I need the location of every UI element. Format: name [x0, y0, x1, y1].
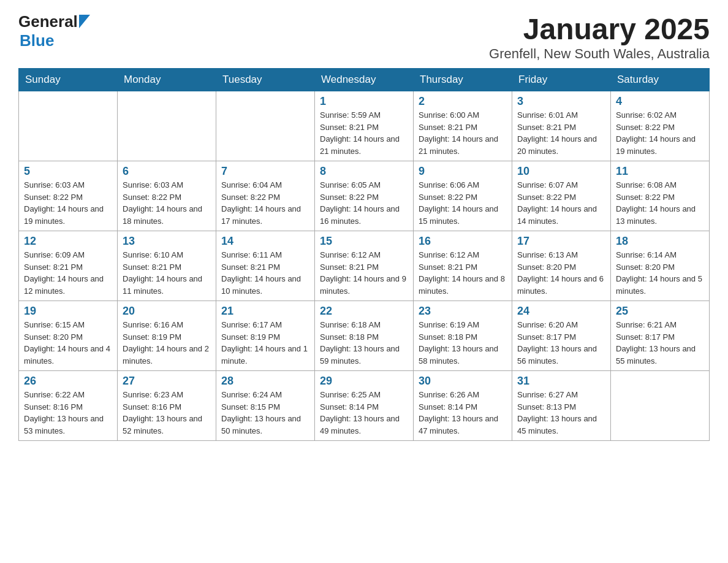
calendar-cell: 23Sunrise: 6:19 AM Sunset: 8:18 PM Dayli…	[414, 301, 512, 371]
day-number: 5	[24, 165, 112, 178]
calendar-cell: 20Sunrise: 6:16 AM Sunset: 8:19 PM Dayli…	[118, 301, 216, 371]
calendar-cell: 16Sunrise: 6:12 AM Sunset: 8:21 PM Dayli…	[414, 231, 512, 301]
day-number: 20	[123, 305, 211, 318]
calendar-cell	[611, 371, 710, 441]
day-info: Sunrise: 6:24 AM Sunset: 8:15 PM Dayligh…	[221, 389, 309, 437]
day-info: Sunrise: 6:23 AM Sunset: 8:16 PM Dayligh…	[123, 389, 211, 437]
page-title: January 2025	[489, 12, 710, 46]
day-number: 17	[517, 235, 605, 248]
logo: General Blue	[18, 12, 90, 50]
day-header-monday: Monday	[118, 69, 216, 91]
day-info: Sunrise: 6:21 AM Sunset: 8:17 PM Dayligh…	[616, 319, 704, 367]
day-number: 11	[616, 165, 704, 178]
day-info: Sunrise: 6:03 AM Sunset: 8:22 PM Dayligh…	[24, 179, 112, 227]
day-number: 15	[320, 235, 408, 248]
calendar-cell: 14Sunrise: 6:11 AM Sunset: 8:21 PM Dayli…	[216, 231, 315, 301]
calendar-cell: 30Sunrise: 6:26 AM Sunset: 8:14 PM Dayli…	[414, 371, 512, 441]
day-info: Sunrise: 6:16 AM Sunset: 8:19 PM Dayligh…	[123, 319, 211, 367]
calendar-cell: 29Sunrise: 6:25 AM Sunset: 8:14 PM Dayli…	[315, 371, 414, 441]
day-info: Sunrise: 6:04 AM Sunset: 8:22 PM Dayligh…	[221, 179, 309, 227]
day-number: 3	[517, 95, 605, 108]
logo-blue-text: Blue	[20, 31, 54, 50]
day-info: Sunrise: 5:59 AM Sunset: 8:21 PM Dayligh…	[320, 109, 408, 157]
calendar-body: 1Sunrise: 5:59 AM Sunset: 8:21 PM Daylig…	[19, 91, 710, 441]
day-info: Sunrise: 6:11 AM Sunset: 8:21 PM Dayligh…	[221, 249, 309, 297]
calendar-cell: 24Sunrise: 6:20 AM Sunset: 8:17 PM Dayli…	[512, 301, 611, 371]
week-row: 19Sunrise: 6:15 AM Sunset: 8:20 PM Dayli…	[19, 301, 710, 371]
calendar-header: SundayMondayTuesdayWednesdayThursdayFrid…	[19, 69, 710, 91]
day-number: 18	[616, 235, 704, 248]
day-number: 29	[320, 375, 408, 388]
day-number: 10	[517, 165, 605, 178]
day-info: Sunrise: 6:22 AM Sunset: 8:16 PM Dayligh…	[24, 389, 112, 437]
calendar-cell: 6Sunrise: 6:03 AM Sunset: 8:22 PM Daylig…	[118, 161, 216, 231]
day-info: Sunrise: 6:05 AM Sunset: 8:22 PM Dayligh…	[320, 179, 408, 227]
day-info: Sunrise: 6:19 AM Sunset: 8:18 PM Dayligh…	[419, 319, 507, 367]
day-number: 21	[221, 305, 309, 318]
day-number: 4	[616, 95, 704, 108]
logo-general-text: General	[18, 12, 78, 31]
day-info: Sunrise: 6:17 AM Sunset: 8:19 PM Dayligh…	[221, 319, 309, 367]
day-number: 27	[123, 375, 211, 388]
day-number: 12	[24, 235, 112, 248]
day-info: Sunrise: 6:26 AM Sunset: 8:14 PM Dayligh…	[419, 389, 507, 437]
day-info: Sunrise: 6:10 AM Sunset: 8:21 PM Dayligh…	[123, 249, 211, 297]
week-row: 12Sunrise: 6:09 AM Sunset: 8:21 PM Dayli…	[19, 231, 710, 301]
day-number: 2	[419, 95, 507, 108]
day-info: Sunrise: 6:08 AM Sunset: 8:22 PM Dayligh…	[616, 179, 704, 227]
day-header-tuesday: Tuesday	[216, 69, 315, 91]
day-number: 9	[419, 165, 507, 178]
days-of-week-row: SundayMondayTuesdayWednesdayThursdayFrid…	[19, 69, 710, 91]
day-info: Sunrise: 6:07 AM Sunset: 8:22 PM Dayligh…	[517, 179, 605, 227]
day-number: 22	[320, 305, 408, 318]
day-number: 28	[221, 375, 309, 388]
day-number: 19	[24, 305, 112, 318]
calendar-cell: 15Sunrise: 6:12 AM Sunset: 8:21 PM Dayli…	[315, 231, 414, 301]
day-info: Sunrise: 6:12 AM Sunset: 8:21 PM Dayligh…	[419, 249, 507, 297]
calendar-cell: 22Sunrise: 6:18 AM Sunset: 8:18 PM Dayli…	[315, 301, 414, 371]
day-number: 26	[24, 375, 112, 388]
day-info: Sunrise: 6:06 AM Sunset: 8:22 PM Dayligh…	[419, 179, 507, 227]
day-info: Sunrise: 6:02 AM Sunset: 8:22 PM Dayligh…	[616, 109, 704, 157]
day-number: 14	[221, 235, 309, 248]
calendar-cell: 27Sunrise: 6:23 AM Sunset: 8:16 PM Dayli…	[118, 371, 216, 441]
day-number: 16	[419, 235, 507, 248]
day-header-saturday: Saturday	[611, 69, 710, 91]
calendar-cell: 1Sunrise: 5:59 AM Sunset: 8:21 PM Daylig…	[315, 91, 414, 161]
week-row: 1Sunrise: 5:59 AM Sunset: 8:21 PM Daylig…	[19, 91, 710, 161]
day-info: Sunrise: 6:15 AM Sunset: 8:20 PM Dayligh…	[24, 319, 112, 367]
day-number: 6	[123, 165, 211, 178]
calendar-cell: 2Sunrise: 6:00 AM Sunset: 8:21 PM Daylig…	[414, 91, 512, 161]
day-number: 25	[616, 305, 704, 318]
day-info: Sunrise: 6:01 AM Sunset: 8:21 PM Dayligh…	[517, 109, 605, 157]
day-number: 31	[517, 375, 605, 388]
calendar-cell	[19, 91, 118, 161]
calendar-cell: 3Sunrise: 6:01 AM Sunset: 8:21 PM Daylig…	[512, 91, 611, 161]
day-info: Sunrise: 6:09 AM Sunset: 8:21 PM Dayligh…	[24, 249, 112, 297]
calendar-cell: 19Sunrise: 6:15 AM Sunset: 8:20 PM Dayli…	[19, 301, 118, 371]
day-header-friday: Friday	[512, 69, 611, 91]
day-info: Sunrise: 6:18 AM Sunset: 8:18 PM Dayligh…	[320, 319, 408, 367]
day-info: Sunrise: 6:14 AM Sunset: 8:20 PM Dayligh…	[616, 249, 704, 297]
day-header-sunday: Sunday	[19, 69, 118, 91]
day-header-wednesday: Wednesday	[315, 69, 414, 91]
calendar-cell	[216, 91, 315, 161]
day-info: Sunrise: 6:27 AM Sunset: 8:13 PM Dayligh…	[517, 389, 605, 437]
week-row: 5Sunrise: 6:03 AM Sunset: 8:22 PM Daylig…	[19, 161, 710, 231]
calendar-cell: 4Sunrise: 6:02 AM Sunset: 8:22 PM Daylig…	[611, 91, 710, 161]
calendar-cell: 11Sunrise: 6:08 AM Sunset: 8:22 PM Dayli…	[611, 161, 710, 231]
calendar-cell: 28Sunrise: 6:24 AM Sunset: 8:15 PM Dayli…	[216, 371, 315, 441]
calendar-cell: 13Sunrise: 6:10 AM Sunset: 8:21 PM Dayli…	[118, 231, 216, 301]
svg-marker-0	[79, 15, 90, 28]
day-info: Sunrise: 6:00 AM Sunset: 8:21 PM Dayligh…	[419, 109, 507, 157]
calendar-cell: 7Sunrise: 6:04 AM Sunset: 8:22 PM Daylig…	[216, 161, 315, 231]
page-subtitle: Grenfell, New South Wales, Australia	[489, 46, 710, 62]
day-number: 7	[221, 165, 309, 178]
logo-triangle-icon	[79, 15, 90, 28]
calendar-table: SundayMondayTuesdayWednesdayThursdayFrid…	[18, 68, 710, 441]
calendar-cell: 21Sunrise: 6:17 AM Sunset: 8:19 PM Dayli…	[216, 301, 315, 371]
day-info: Sunrise: 6:13 AM Sunset: 8:20 PM Dayligh…	[517, 249, 605, 297]
calendar-cell: 17Sunrise: 6:13 AM Sunset: 8:20 PM Dayli…	[512, 231, 611, 301]
calendar-cell: 26Sunrise: 6:22 AM Sunset: 8:16 PM Dayli…	[19, 371, 118, 441]
day-info: Sunrise: 6:20 AM Sunset: 8:17 PM Dayligh…	[517, 319, 605, 367]
